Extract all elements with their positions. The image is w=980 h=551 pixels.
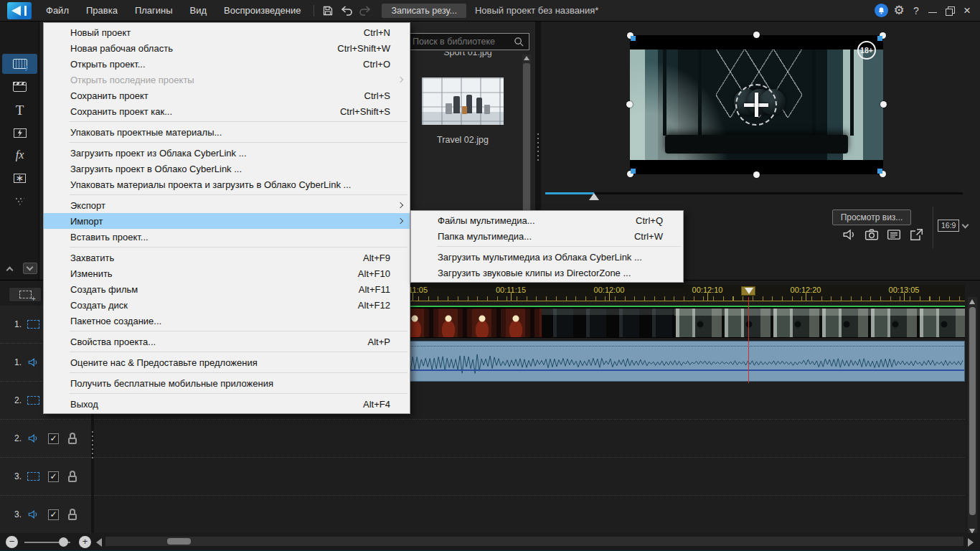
sidebar-item-titles[interactable]: T	[2, 100, 37, 120]
undock-preview-icon[interactable]	[909, 228, 923, 241]
selection-handle-middle-left[interactable]	[626, 101, 633, 108]
sidebar-item-pip-objects[interactable]: ∗	[2, 168, 37, 188]
help-icon[interactable]: ?	[910, 5, 923, 17]
ruler-timestamp: 00:12:10	[692, 286, 723, 294]
timeline-vertical-scrollbar[interactable]	[968, 297, 977, 536]
scroll-right-icon[interactable]	[968, 538, 974, 547]
preview-seekbar[interactable]	[545, 192, 963, 194]
playhead-marker[interactable]	[741, 286, 755, 296]
crop-handle-top-right[interactable]	[877, 36, 882, 41]
sidebar-item-transitions[interactable]	[2, 123, 37, 143]
restore-button[interactable]	[943, 4, 957, 17]
settings-gear-icon[interactable]: ⚙	[891, 4, 907, 17]
crop-handle-bottom-left[interactable]	[631, 169, 636, 174]
save-icon[interactable]	[319, 3, 337, 19]
track-header-audio-2[interactable]: 2. ✓	[0, 420, 91, 458]
notification-bell-icon[interactable]	[875, 4, 888, 17]
submenu-item-media-folder[interactable]: Папка мультимедиа...Ctrl+W	[411, 228, 683, 244]
minimize-button[interactable]	[925, 4, 940, 17]
menu-item-capture[interactable]: ЗахватитьAlt+F9	[44, 250, 410, 265]
submenu-item-download-media-from-cloud[interactable]: Загрузить мультимедиа из Облака CyberLin…	[411, 249, 683, 265]
menu-item-upload-project-to-cloud[interactable]: Загрузить проект в Облако CyberLink ...	[44, 161, 410, 176]
menu-item-open-project[interactable]: Открыть проект...Ctrl+O	[44, 56, 410, 72]
produce-button[interactable]: Записать резу...	[382, 4, 466, 18]
track-lane-audio-2[interactable]	[94, 420, 965, 458]
menu-item-pack-and-upload-to-cloud[interactable]: Упаковать материалы проекта и загрузить …	[44, 176, 410, 192]
track-enable-checkbox[interactable]: ✓	[48, 433, 59, 444]
scroll-up-icon[interactable]	[524, 56, 529, 60]
track-lock-icon[interactable]	[67, 471, 77, 482]
track-header-video-3[interactable]: 3. ✓	[0, 458, 91, 496]
menu-item-save-project[interactable]: Сохранить проектCtrl+S	[44, 88, 410, 103]
volume-icon[interactable]	[842, 228, 857, 241]
scroll-left-icon[interactable]	[96, 538, 102, 547]
menu-item-produce-movie[interactable]: Создать фильмAlt+F11	[44, 281, 410, 297]
sidebar-item-projects[interactable]	[2, 77, 37, 97]
selection-handle-bottom-center[interactable]	[753, 171, 760, 178]
menu-item-new-project[interactable]: Новый проектCtrl+N	[44, 24, 410, 40]
menu-item-export[interactable]: Экспорт	[44, 197, 410, 213]
aspect-ratio-chevron-icon[interactable]	[962, 222, 969, 229]
preview-quality-button[interactable]: Просмотр виз...	[832, 209, 911, 225]
menu-item-download-project-from-cloud[interactable]: Загрузить проект из Облака CyberLink ...	[44, 145, 410, 161]
selection-handle-middle-right[interactable]	[880, 101, 887, 108]
playhead-line	[748, 297, 749, 383]
submenu-item-download-sound-clips-directorzone[interactable]: Загрузить звуковые клипы из DirectorZone…	[411, 265, 683, 281]
sidebar-item-particles[interactable]	[2, 191, 37, 211]
menu-item-edit-mode[interactable]: ИзменитьAlt+F10	[44, 265, 410, 281]
menu-item-pack-project-materials[interactable]: Упаковать проектные материалы...	[44, 124, 410, 140]
menu-item-create-disc[interactable]: Создать дискAlt+F12	[44, 297, 410, 313]
menu-item-new-workspace[interactable]: Новая рабочая областьCtrl+Shift+W	[44, 40, 410, 56]
crop-handle-bottom-right[interactable]	[877, 169, 882, 174]
library-item[interactable]: Travel 02.jpg	[422, 77, 504, 145]
aspect-ratio-badge[interactable]: 16:9	[938, 220, 959, 232]
menu-item-open-recent-projects[interactable]: Открыть последние проекты	[44, 72, 410, 88]
sidebar-scroll-up-button[interactable]	[3, 263, 17, 274]
menubar-file[interactable]: Файл	[37, 0, 77, 22]
zoom-slider-handle[interactable]	[59, 537, 68, 547]
app-window: Файл Правка Плагины Вид Воспроизведение …	[0, 0, 980, 551]
timeline-bottom-bar: − +	[0, 533, 980, 551]
scroll-up-icon[interactable]	[969, 299, 975, 304]
menu-item-insert-project[interactable]: Вставить проект...	[44, 229, 410, 245]
details-list-icon[interactable]	[887, 228, 901, 241]
track-lock-icon[interactable]	[67, 433, 77, 444]
search-input[interactable]	[407, 37, 514, 47]
zoom-out-button[interactable]: −	[6, 536, 18, 548]
menubar-plugins[interactable]: Плагины	[126, 0, 182, 22]
sidebar-scroll-down-button[interactable]	[23, 263, 37, 274]
menu-item-batch-produce[interactable]: Пакетное создание...	[44, 313, 410, 329]
selection-handle-top-center[interactable]	[753, 32, 760, 38]
track-enable-checkbox[interactable]: ✓	[48, 509, 59, 520]
menu-item-project-properties[interactable]: Свойства проекта...Alt+P	[44, 334, 410, 349]
close-button[interactable]: ×	[960, 4, 974, 17]
submenu-item-media-files[interactable]: Файлы мультимедиа...Ctrl+Q	[411, 212, 683, 228]
zoom-in-button[interactable]: +	[79, 536, 91, 548]
preview-video[interactable]: 18+	[630, 35, 883, 174]
undo-icon[interactable]	[337, 3, 356, 19]
track-manager-button[interactable]	[9, 287, 42, 302]
menubar-playback[interactable]: Воспроизведение	[215, 0, 309, 22]
menubar-edit[interactable]: Правка	[77, 0, 126, 22]
track-lane-audio-3[interactable]	[94, 496, 965, 534]
snapshot-camera-icon[interactable]	[864, 228, 879, 241]
track-lane-video-3[interactable]	[94, 458, 965, 496]
seekbar-handle[interactable]	[589, 193, 599, 200]
menu-item-exit[interactable]: ВыходAlt+F4	[44, 396, 410, 412]
horizontal-scrollbar-thumb[interactable]	[167, 538, 191, 545]
menubar-view[interactable]: Вид	[182, 0, 216, 22]
track-enable-checkbox[interactable]: ✓	[48, 471, 59, 482]
menu-item-get-mobile-apps[interactable]: Получить бесплатные мобильные приложения	[44, 375, 410, 391]
track-lock-icon[interactable]	[67, 509, 77, 520]
vertical-scrollbar-thumb[interactable]	[969, 307, 976, 515]
redo-icon[interactable]	[356, 3, 374, 19]
menu-item-import[interactable]: Импорт	[44, 213, 410, 229]
track-header-audio-3[interactable]: 3. ✓	[0, 496, 91, 534]
sidebar-item-media[interactable]: ♪	[2, 54, 37, 74]
library-search-box[interactable]	[406, 33, 529, 50]
menu-item-rate-us[interactable]: Оцените нас & Предоставьте предложения	[44, 354, 410, 370]
sidebar-item-effects[interactable]: fx	[2, 145, 37, 165]
crop-handle-top-left[interactable]	[631, 36, 636, 41]
menu-item-save-project-as[interactable]: Сохранить проект как...Ctrl+Shift+S	[44, 103, 410, 119]
timeline-horizontal-scrollbar[interactable]	[105, 537, 963, 546]
